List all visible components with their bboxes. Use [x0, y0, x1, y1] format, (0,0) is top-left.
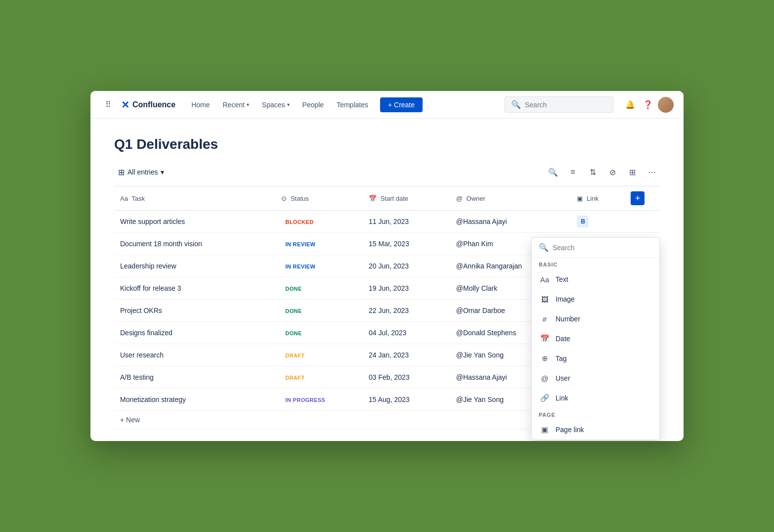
- table-row[interactable]: Write support articles BLOCKED 11 Jun, 2…: [114, 211, 660, 233]
- cell-date-0: 11 Jun, 2023: [363, 211, 450, 233]
- cell-task-1: Document 18 month vision: [114, 233, 275, 255]
- cell-task-0: Write support articles: [114, 211, 275, 233]
- dropdown-item-icon-0: Aa: [539, 273, 551, 285]
- search-input[interactable]: [525, 101, 607, 109]
- cell-date-6: 24 Jan, 2023: [363, 344, 450, 366]
- dropdown-item-label-5: User: [556, 374, 570, 382]
- nav-spaces[interactable]: Spaces ▾: [257, 91, 295, 119]
- dropdown-item-label-4: Tag: [556, 355, 567, 362]
- cell-task-5: Designs finalized: [114, 322, 275, 344]
- status-badge-3: DONE: [281, 285, 305, 293]
- col-header-status[interactable]: ⊙ Status: [275, 186, 363, 211]
- cell-task-4: Project OKRs: [114, 300, 275, 322]
- col-header-task[interactable]: Aa Task: [114, 186, 275, 211]
- dropdown-item-user[interactable]: @ User: [532, 368, 659, 388]
- col-header-owner[interactable]: @ Owner: [450, 186, 571, 211]
- dropdown-item-icon-6: 🔗: [539, 392, 551, 404]
- notifications-icon[interactable]: 🔔: [622, 97, 638, 113]
- dropdown-search-input[interactable]: [553, 244, 652, 252]
- cell-task-6: User research: [114, 344, 275, 366]
- cell-date-3: 19 Jun, 2023: [363, 277, 450, 300]
- add-column-header[interactable]: +: [625, 186, 660, 211]
- cell-date-1: 15 Mar, 2023: [363, 233, 450, 255]
- dropdown-item-label-3: Date: [556, 335, 570, 343]
- dropdown-item-icon-4: ⊕: [539, 353, 551, 364]
- nav-people[interactable]: People: [298, 91, 329, 119]
- cell-task-7: A/B testing: [114, 366, 275, 389]
- cell-status-1: IN REVIEW: [275, 233, 363, 255]
- cell-date-8: 15 Aug, 2023: [363, 389, 450, 411]
- table-header-row: Aa Task ⊙ Status 📅 Start date @ Owner: [114, 186, 660, 211]
- dropdown-item-icon-3: 📅: [539, 333, 551, 345]
- dropdown-search-icon: 🔍: [539, 243, 549, 252]
- dropdown-item-text[interactable]: Aa Text: [532, 269, 659, 289]
- nav-recent[interactable]: Recent ▾: [217, 91, 254, 119]
- table-view-icon: ⊞: [118, 168, 125, 177]
- cell-status-5: DONE: [275, 322, 363, 344]
- toolbar-right-icons: 🔍 ≡ ⇅ ⊘ ⊞ ⋯: [545, 164, 660, 180]
- status-badge-2: IN REVIEW: [281, 263, 319, 270]
- col-header-link[interactable]: ▣ Link: [571, 186, 625, 211]
- table-search-icon[interactable]: 🔍: [545, 164, 561, 180]
- cell-status-2: IN REVIEW: [275, 255, 363, 277]
- navbar: ⠿ ✕ Confluence Home Recent ▾ Spaces ▾ Pe…: [90, 91, 684, 119]
- owner-col-icon: @: [456, 195, 463, 202]
- cell-task-3: Kickoff for release 3: [114, 277, 275, 300]
- nav-templates[interactable]: Templates: [332, 91, 373, 119]
- status-col-icon: ⊙: [281, 195, 287, 202]
- cell-link-0[interactable]: B: [571, 211, 625, 233]
- status-badge-0: BLOCKED: [281, 218, 317, 226]
- status-badge-8: IN PROGRESS: [281, 396, 329, 404]
- add-column-button[interactable]: +: [631, 191, 645, 205]
- cell-status-3: DONE: [275, 277, 363, 300]
- dropdown-item-number[interactable]: # Number: [532, 309, 659, 329]
- cell-task-2: Leadership review: [114, 255, 275, 277]
- dropdown-item-label-2: Number: [556, 315, 580, 323]
- link-col-icon: ▣: [577, 195, 583, 202]
- dropdown-search-bar[interactable]: 🔍: [532, 238, 659, 258]
- cell-status-0: BLOCKED: [275, 211, 363, 233]
- status-badge-5: DONE: [281, 329, 305, 337]
- cell-extra-0: [625, 211, 660, 233]
- grid-menu-icon[interactable]: ⠿: [100, 97, 116, 113]
- dropdown-item-image[interactable]: 🖼 Image: [532, 289, 659, 309]
- cell-status-4: DONE: [275, 300, 363, 322]
- table-hide-icon[interactable]: ⊘: [604, 164, 620, 180]
- dropdown-item-label-1: Image: [556, 295, 575, 303]
- create-button[interactable]: + Create: [380, 97, 423, 112]
- nav-home[interactable]: Home: [186, 91, 215, 119]
- cell-date-7: 03 Feb, 2023: [363, 366, 450, 389]
- cell-task-8: Monetization strategy: [114, 389, 275, 411]
- dropdown-item-link[interactable]: 🔗 Link: [532, 388, 659, 408]
- dropdown-page-label-0: Page link: [556, 426, 584, 434]
- dropdown-item-label-0: Text: [556, 275, 568, 283]
- page-title: Q1 Deliverables: [114, 136, 660, 152]
- dropdown-section-basic: BASIC: [532, 258, 659, 269]
- search-bar[interactable]: 🔍: [505, 96, 613, 113]
- dropdown-item-tag[interactable]: ⊕ Tag: [532, 349, 659, 368]
- task-col-icon: Aa: [120, 195, 128, 202]
- all-entries-button[interactable]: ⊞ All entries ▾: [114, 166, 168, 179]
- col-header-date[interactable]: 📅 Start date: [363, 186, 450, 211]
- status-badge-1: IN REVIEW: [281, 240, 319, 248]
- column-type-dropdown: 🔍 BASIC Aa Text 🖼 Image # Number 📅 Date …: [531, 237, 660, 440]
- cell-date-4: 22 Jun, 2023: [363, 300, 450, 322]
- table-sort-icon[interactable]: ⇅: [585, 164, 601, 180]
- table-grid-icon[interactable]: ⊞: [624, 164, 640, 180]
- status-badge-4: DONE: [281, 307, 305, 315]
- date-col-icon: 📅: [369, 195, 377, 202]
- dropdown-item-icon-1: 🖼: [539, 293, 551, 305]
- dropdown-item-date[interactable]: 📅 Date: [532, 329, 659, 349]
- logo-symbol: ✕: [121, 99, 129, 111]
- logo[interactable]: ✕ Confluence: [121, 99, 175, 111]
- table-more-icon[interactable]: ⋯: [644, 164, 660, 180]
- recent-chevron-icon: ▾: [247, 102, 249, 107]
- table-filter-icon[interactable]: ≡: [565, 164, 581, 180]
- user-avatar[interactable]: [658, 97, 674, 113]
- dropdown-page-item-0[interactable]: ▣ Page link: [532, 420, 659, 440]
- help-icon[interactable]: ❓: [640, 97, 656, 113]
- cell-status-8: IN PROGRESS: [275, 389, 363, 411]
- cell-date-2: 20 Jun, 2023: [363, 255, 450, 277]
- link-icon-0: B: [577, 216, 589, 227]
- dropdown-item-icon-2: #: [539, 313, 551, 325]
